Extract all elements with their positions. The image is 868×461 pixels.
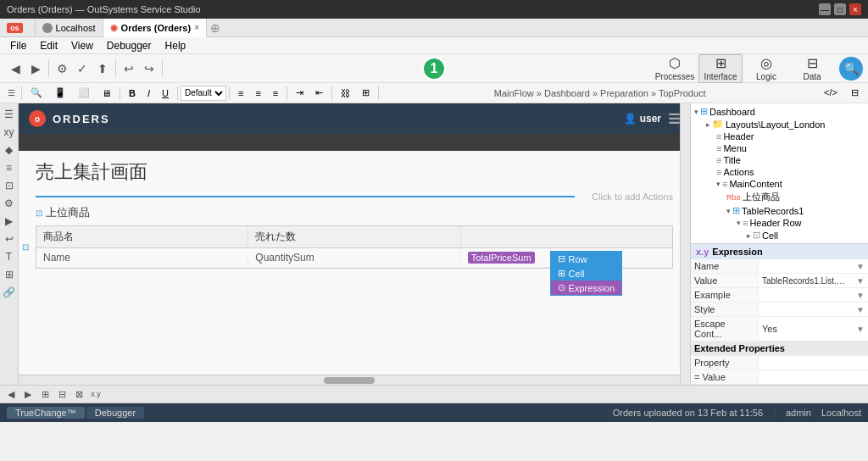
redo-button[interactable]: ↪ [139, 58, 159, 79]
check-button[interactable]: ✓ [72, 58, 92, 79]
sidebar-icon-11[interactable]: 🔗 [2, 285, 17, 300]
sidebar-icon-8[interactable]: ↩ [2, 231, 17, 247]
data-button[interactable]: ⊟ Data [790, 54, 834, 83]
sidebar-icon-3[interactable]: ◆ [2, 142, 17, 158]
zoom-btn[interactable]: 🔍 [25, 86, 47, 100]
forward-button[interactable]: ▶ [25, 58, 46, 79]
tree-item-header[interactable]: ≡ Header [693, 131, 866, 142]
popup-expr-item[interactable]: ⊙ Expression [551, 280, 621, 295]
menu-view[interactable]: View [64, 37, 100, 54]
align-left[interactable]: ≡ [233, 86, 248, 100]
bt-add[interactable]: ⊞ [37, 386, 53, 402]
tree-item-headerrow[interactable]: ▾ ≡ Header Row [693, 217, 866, 229]
tab-localhost[interactable]: Localhost [36, 19, 103, 37]
sidebar-icon-7[interactable]: ▶ [2, 214, 17, 229]
scroll-thumb[interactable] [324, 377, 375, 384]
prop-property-label: Property [691, 356, 759, 369]
menu-debugger[interactable]: Debugger [100, 37, 159, 54]
table-container: ⊡ 商品名 売れた数 Name QuantitySum TotalPriceSu… [36, 225, 673, 269]
prop-property-value[interactable] [759, 356, 868, 369]
menu-help[interactable]: Help [159, 37, 193, 54]
prop-example-value[interactable]: ▼ [759, 288, 868, 302]
tree-item-dashboard[interactable]: ▾ ⊞ Dashboard [693, 105, 866, 118]
indent-button[interactable]: ⇥ [291, 86, 309, 100]
prop-name-dropdown[interactable]: ▼ [856, 262, 865, 271]
tab-add[interactable]: ⊕ [210, 21, 220, 35]
bt-forward[interactable]: ▶ [20, 386, 36, 402]
publish-button[interactable]: ⬆ [92, 58, 113, 79]
processes-button[interactable]: ⬡ Processes [653, 54, 697, 83]
align-right[interactable]: ≡ [268, 86, 283, 100]
hamburger-icon[interactable]: ☰ [668, 111, 680, 127]
app-name: Orders (Orders) — OutSystems Service Stu… [7, 4, 201, 14]
tree-item-layout[interactable]: ▸ 📁 Layouts\Layout_London [693, 118, 866, 131]
prop-example-dropdown[interactable]: ▼ [856, 291, 865, 300]
settings-button[interactable]: ⚙ [52, 58, 72, 79]
tree-item-maincontent[interactable]: ▾ ≡ MainContent [693, 178, 866, 190]
sidebar-icon-9[interactable]: T [2, 249, 17, 264]
prop-escape-dropdown[interactable]: ▼ [856, 325, 865, 334]
link-button[interactable]: ⛓ [336, 86, 355, 100]
tree-item-joihin[interactable]: Rbo 上位商品 [693, 190, 866, 204]
click-to-add[interactable]: Click to add Actions [575, 192, 673, 202]
interface-button[interactable]: ⊞ Interface [698, 54, 743, 83]
prop-value-row-value[interactable] [759, 370, 868, 384]
tree-item-menu[interactable]: ≡ Menu [693, 142, 866, 154]
tree-label-headerrow: Header Row [749, 218, 801, 228]
sidebar-icon-10[interactable]: ⊞ [2, 267, 17, 282]
bt-expression[interactable]: x.y [88, 386, 103, 402]
font-select[interactable]: Default [181, 86, 226, 101]
popup-row-item[interactable]: ⊟ Row [551, 252, 621, 266]
sidebar-icon-5[interactable]: ⊡ [2, 178, 17, 193]
tree-label-header: Header [723, 131, 754, 142]
sidebar-icon-2[interactable]: xy [2, 125, 17, 140]
italic-button[interactable]: I [142, 86, 155, 100]
tab-outsystems[interactable]: os [0, 19, 36, 37]
code-view-button[interactable]: </> [819, 86, 843, 100]
prop-value-dropdown[interactable]: ▼ [856, 276, 865, 286]
horizontal-scrollbar[interactable] [19, 375, 680, 385]
logic-button[interactable]: ◎ Logic [744, 54, 788, 83]
undo-button[interactable]: ↩ [119, 58, 139, 79]
maximize-button[interactable]: □ [834, 3, 846, 15]
prop-escape-value[interactable]: Yes ▼ [759, 317, 868, 341]
sidebar-icon-4[interactable]: ≡ [2, 160, 17, 175]
prop-style-value[interactable]: ▼ [759, 303, 868, 316]
bt-back[interactable]: ◀ [3, 386, 19, 402]
bold-button[interactable]: B [124, 86, 141, 100]
tree-item-actions[interactable]: ≡ Actions [693, 166, 866, 178]
sidebar-icon-1[interactable]: ☰ [2, 107, 17, 122]
device-tablet[interactable]: ⬜ [73, 86, 95, 100]
minimize-button[interactable]: — [819, 3, 831, 15]
status-tab-truechange[interactable]: TrueChange™ [7, 407, 85, 419]
tab-orders[interactable]: ◉ Orders (Orders) × [103, 19, 207, 37]
outdent-button[interactable]: ⇤ [310, 86, 328, 100]
tree-item-title[interactable]: ≡ Title [693, 154, 866, 166]
align-center[interactable]: ≡ [250, 86, 265, 100]
toggle-panel-button[interactable]: ☰ [3, 86, 19, 101]
vertical-scrollbar[interactable] [680, 103, 690, 385]
tree-item-cell1[interactable]: ▸ ⊡ Cell [693, 229, 866, 242]
tree-item-tablerecords[interactable]: ▾ ⊞ TableRecords1 [693, 204, 866, 217]
prop-style-dropdown[interactable]: ▼ [856, 305, 865, 314]
menu-edit[interactable]: Edit [33, 37, 64, 54]
tab-close-icon[interactable]: × [194, 23, 199, 32]
tree-panel: ▾ ⊞ Dashboard ▸ 📁 Layouts\Layout_London … [691, 103, 868, 243]
popup-cell-item[interactable]: ⊞ Cell [551, 266, 621, 280]
table-button[interactable]: ⊞ [357, 86, 375, 100]
device-desktop[interactable]: 🖥 [97, 86, 116, 100]
sidebar-icon-6[interactable]: ⚙ [2, 196, 17, 211]
underline-button[interactable]: U [157, 86, 174, 100]
device-phone[interactable]: 📱 [49, 86, 71, 100]
search-button[interactable]: 🔍 [839, 57, 863, 81]
status-tab-debugger[interactable]: Debugger [86, 407, 144, 419]
split-view-button[interactable]: ⊟ [846, 86, 864, 100]
back-button[interactable]: ◀ [5, 58, 25, 79]
bt-remove[interactable]: ⊟ [54, 386, 70, 402]
prop-value-value[interactable]: TableRecords1.List.Current.Tot ▼ [759, 274, 868, 287]
total-price-sum-expr[interactable]: TotalPriceSum [468, 252, 535, 264]
menu-file[interactable]: File [3, 37, 33, 54]
prop-name-value[interactable]: ▼ [759, 259, 868, 273]
bt-close[interactable]: ⊠ [71, 386, 86, 402]
close-button[interactable]: × [849, 3, 861, 15]
